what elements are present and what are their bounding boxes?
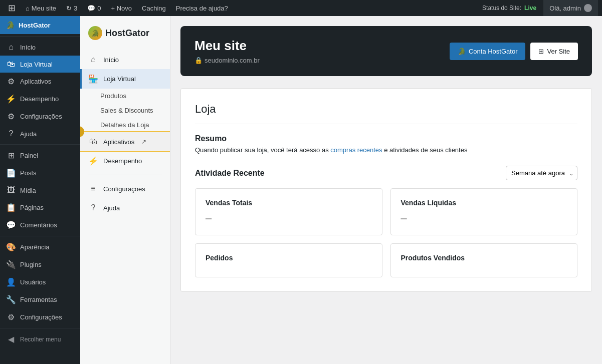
sidebar-item-usuarios[interactable]: 👤 Usuários [0,273,80,291]
ver-btn-label: Ver Site [547,48,570,55]
atividade-header: Atividade Recente Semana até agora [195,166,577,180]
card-vendas-totais: Vendas Totais – [195,188,382,235]
conta-hostgator-button[interactable]: 🐊 Conta HostGator [450,43,526,60]
hg-nav-inicio[interactable]: ⌂ Início [80,50,170,69]
periodo-select[interactable]: Semana até agora [506,166,577,180]
comentarios-icon: 💬 [6,220,16,230]
sidebar-plugins-label: Plugins [20,261,42,268]
hg-banner: Meu site 🔒 seudominio.com.br 🐊 Conta Hos… [180,26,592,76]
hg-inicio-label: Início [103,56,119,64]
sidebar-item-ajuda[interactable]: ? Ajuda [0,125,80,142]
collapse-icon: ◀ [6,334,16,344]
new-button[interactable]: + Novo [107,0,136,16]
sidebar-painel-label: Painel [20,152,38,159]
admin-greeting[interactable]: Olá, admin [543,0,598,16]
resumo-link-compras[interactable]: compras recentes [330,146,382,154]
media-icon: 🖼 [6,186,16,195]
comments-count: 0 [97,5,101,12]
hg-sub-produtos[interactable]: Produtos [80,89,170,103]
admin-bar: ⊞ ⌂ Meu site ↻ 3 💬 0 + Novo Caching Prec… [0,0,602,16]
sidebar-item-comentarios[interactable]: 💬 Comentários [0,216,80,234]
users-icon: 👤 [6,277,16,287]
hg-sub-detalhes[interactable]: Detalhes da Loja [80,118,170,132]
sidebar-item-midia[interactable]: 🖼 Mídia [0,182,80,199]
hg-divider [88,175,162,175]
hg-nav-aplicativos-wrapper: 3 🛍 Aplicativos ↗ [80,132,170,151]
hg-sidebar-icon: 🐊 [6,21,15,29]
hg-help-icon: ? [88,203,98,212]
sidebar-item-paginas[interactable]: 📋 Páginas [0,199,80,216]
caching-label: Caching [142,5,166,12]
new-label: + Novo [111,5,132,12]
hg-nav-aplicativos[interactable]: 🛍 Aplicativos ↗ [80,132,170,151]
hg-sidebar-label: HostGator [19,22,51,29]
sidebar-item-configuracoes-hg[interactable]: ⚙ Configurações [0,108,80,125]
sidebar-desempenho-label: Desempenho [20,95,59,103]
status-label: Status do Site: [482,5,521,12]
card-produtos-vendidos: Produtos Vendidos [390,243,578,277]
performance-icon: ⚡ [6,94,16,104]
hg-logo-text: HostGator [105,28,149,39]
settings-icon: ⚙ [6,112,16,121]
sidebar-item-inicio[interactable]: ⌂ Início [0,39,80,56]
sidebar-usuarios-label: Usuários [20,278,46,286]
collapse-menu-button[interactable]: ◀ Recolher menu [0,330,80,348]
revisions-button[interactable]: ↻ 3 [62,0,81,16]
hg-plugin-sidebar: 🐊 HostGator ⌂ Início 🏪 Loja Virtual Prod… [80,16,170,364]
hg-logo: 🐊 HostGator [80,26,170,50]
avatar [584,4,592,12]
main-layout: 🐊 HostGator ⌂ Início 🛍 Loja Virtual ⚙ Ap… [0,16,602,364]
help-button[interactable]: Precisa de ajuda? [172,0,232,16]
banner-url: 🔒 seudominio.com.br [194,57,260,64]
resumo-section: Resumo Quando publicar sua loja, você te… [195,134,577,154]
sidebar-aparencia-label: Aparência [20,243,50,251]
collapse-label: Recolher menu [20,336,61,343]
main-content: Meu site 🔒 seudominio.com.br 🐊 Conta Hos… [170,16,602,364]
card-vendas-totais-value: – [206,212,372,225]
hg-sub-sales-discounts[interactable]: Sales & Discounts [80,103,170,118]
card-vendas-liquidas: Vendas Líquidas – [390,188,578,235]
sidebar-item-ferramentas[interactable]: 🔧 Ferramentas [0,291,80,308]
hg-perf-icon: ⚡ [88,156,98,166]
sidebar-inicio-label: Início [20,44,36,51]
tools-icon: 🔧 [6,295,16,304]
hg-home-icon: ⌂ [88,55,98,64]
site-name-label: Meu site [32,5,56,12]
card-vendas-liquidas-value: – [401,212,567,225]
revisions-icon: ↻ [66,5,72,12]
hg-nav-desempenho[interactable]: ⚡ Desempenho [80,151,170,171]
sidebar-item-posts[interactable]: 📄 Posts [0,164,80,182]
resumo-text-content: Quando publicar sua loja, você terá aces… [195,146,467,154]
wp-btn-icon: ⊞ [538,48,544,55]
sidebar-item-aparencia[interactable]: 🎨 Aparência [0,238,80,256]
hg-nav-configuracoes[interactable]: ≡ Configurações [80,179,170,198]
hg-loja-label: Loja Virtual [103,75,136,83]
store-icon: 🛍 [6,60,16,69]
sidebar-item-loja-virtual[interactable]: 🛍 Loja Virtual [0,56,80,73]
site-name-button[interactable]: ⌂ Meu site [22,0,60,16]
hg-nav-loja-virtual[interactable]: 🏪 Loja Virtual [80,69,170,89]
wp-logo-button[interactable]: ⊞ [4,0,20,16]
wp-icon: ⊞ [8,3,16,14]
site-status: Status do Site: Live [477,5,541,12]
sidebar-item-aplicativos[interactable]: ⚙ Aplicativos [0,73,80,90]
comments-button[interactable]: 💬 0 [83,0,105,16]
hg-aplicativos-label: Aplicativos [103,138,134,146]
hg-ajuda-label: Ajuda [103,204,120,212]
sidebar-item-plugins[interactable]: 🔌 Plugins [0,256,80,273]
sidebar-item-hostgator[interactable]: 🐊 HostGator [0,16,80,34]
hg-config-icon: ≡ [88,184,98,193]
hg-nav-ajuda[interactable]: ? Ajuda [80,198,170,217]
cards-grid: Vendas Totais – Vendas Líquidas – Pedido… [195,188,577,277]
ver-site-button[interactable]: ⊞ Ver Site [530,43,578,60]
caching-button[interactable]: Caching [138,0,170,16]
lock-icon: 🔒 [194,57,203,64]
sidebar-item-configuracoes[interactable]: ⚙ Configurações [0,308,80,326]
sidebar-loja-label: Loja Virtual [20,61,53,68]
site-icon: ⌂ [26,5,30,12]
sidebar-item-painel[interactable]: ⊞ Painel [0,147,80,164]
sidebar-item-desempenho[interactable]: ⚡ Desempenho [0,90,80,108]
config-icon: ⚙ [6,312,16,322]
dashboard-icon: ⊞ [6,151,16,160]
banner-title: Meu site [194,38,260,54]
